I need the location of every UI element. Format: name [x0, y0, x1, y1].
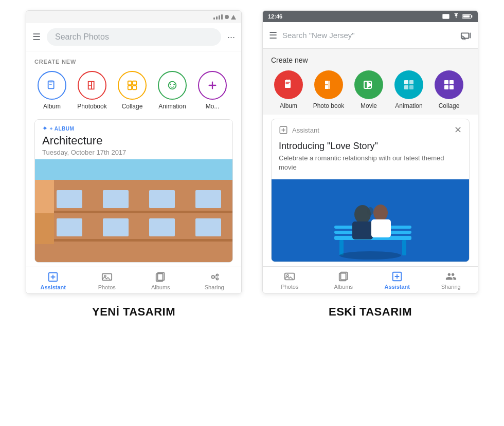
svg-rect-46 — [444, 80, 448, 84]
more-icon[interactable]: ··· — [227, 32, 235, 43]
create-item-photobook[interactable]: Photobook — [75, 71, 110, 110]
photobook-circle — [78, 71, 106, 100]
architecture-svg — [35, 159, 232, 262]
old-photos-nav-icon — [284, 271, 295, 282]
nav-photos[interactable]: Photos — [80, 271, 134, 290]
old-create-item-album[interactable]: Album — [271, 70, 306, 109]
album-card[interactable]: ✦ + ALBUM Architecture Tuesday, October … — [34, 119, 233, 263]
right-label: ESKİ TASARIM — [262, 305, 478, 319]
create-item-animation[interactable]: Animation — [155, 71, 190, 110]
left-search-bar[interactable]: ☰ Search Photos ··· — [26, 23, 241, 51]
search-input-wrapper[interactable]: Search Photos — [47, 28, 221, 46]
albums-nav-icon — [155, 271, 166, 283]
status-photo-icon — [442, 12, 450, 21]
album-card-header: ✦ + ALBUM Architecture Tuesday, October … — [35, 120, 232, 159]
animation-icon — [167, 80, 178, 91]
assistant-title: Introducing "Love Story" — [279, 141, 462, 152]
old-create-item-animation[interactable]: Animation — [391, 70, 426, 109]
old-nav-sharing[interactable]: Sharing — [424, 271, 478, 290]
create-items-list: Album Photobook — [34, 71, 233, 110]
left-status-bar — [26, 11, 241, 23]
svg-rect-54 — [402, 240, 406, 255]
old-create-items-list: Album Photo book — [271, 70, 470, 109]
old-search-bar[interactable]: ☰ Search "New Jersey" — [263, 22, 478, 49]
old-assistant-nav-icon — [391, 271, 403, 282]
old-photobook-icon — [322, 79, 335, 91]
old-assistant-label: Assistant — [384, 284, 410, 290]
old-animation-icon — [403, 79, 415, 91]
svg-point-31 — [211, 275, 214, 279]
svg-rect-18 — [195, 218, 221, 236]
svg-rect-63 — [285, 273, 294, 280]
album-circle — [38, 71, 66, 100]
old-album-circle — [274, 70, 303, 99]
svg-rect-58 — [352, 221, 373, 239]
nav-albums[interactable]: Albums — [134, 271, 188, 290]
old-sharing-nav-icon — [445, 271, 457, 282]
cast-icon[interactable] — [460, 30, 472, 41]
love-story-image — [272, 179, 469, 262]
menu-icon[interactable]: ☰ — [32, 31, 41, 43]
create-item-more[interactable]: Mo... — [195, 71, 230, 110]
svg-rect-34 — [442, 14, 449, 18]
old-movie-circle — [354, 70, 383, 99]
svg-rect-47 — [449, 80, 454, 84]
collage-icon — [127, 80, 138, 91]
create-item-collage[interactable]: Collage — [115, 71, 150, 110]
assistant-nav-label: Assistant — [40, 284, 66, 290]
svg-rect-37 — [471, 15, 472, 17]
album-tag: ✦ + ALBUM — [42, 125, 225, 132]
svg-point-59 — [373, 205, 388, 221]
old-create-item-collage[interactable]: Collage — [431, 70, 466, 109]
svg-rect-13 — [149, 190, 175, 208]
old-create-item-photobook[interactable]: Photo book — [311, 70, 346, 109]
nav-sharing[interactable]: Sharing — [188, 271, 242, 290]
right-phone-section: 12:46 ☰ — [262, 10, 478, 293]
svg-rect-4 — [133, 86, 136, 89]
album-image — [35, 159, 232, 262]
nav-assistant[interactable]: Assistant — [26, 271, 80, 290]
assistant-desc: Celebrate a romantic relationship with o… — [279, 154, 462, 172]
album-date: Tuesday, October 17th 2017 — [42, 149, 225, 156]
old-nav-photos[interactable]: Photos — [263, 271, 317, 290]
left-label: YENİ TASARIM — [26, 305, 242, 319]
svg-rect-44 — [404, 85, 408, 89]
album-title: Architecture — [42, 134, 225, 147]
old-photos-label: Photos — [281, 284, 298, 290]
assistant-card-label: Assistant — [292, 126, 450, 134]
more-icon-svg — [207, 80, 218, 91]
svg-rect-3 — [128, 86, 132, 89]
left-phone-section: ☰ Search Photos ··· CREATE NEW — [26, 10, 242, 294]
old-create-item-movie[interactable]: Movie — [351, 70, 386, 109]
old-movie-icon — [363, 79, 375, 91]
svg-rect-53 — [339, 240, 344, 255]
old-menu-icon[interactable]: ☰ — [269, 30, 277, 41]
svg-rect-0 — [48, 81, 54, 89]
svg-rect-2 — [133, 81, 136, 85]
left-phone-frame: ☰ Search Photos ··· CREATE NEW — [26, 10, 242, 294]
assistant-card[interactable]: Assistant ✕ Introducing "Love Story" Cel… — [271, 119, 470, 262]
old-collage-label: Collage — [439, 102, 460, 109]
close-button[interactable]: ✕ — [454, 124, 462, 136]
svg-rect-24 — [35, 180, 54, 213]
old-collage-icon — [443, 79, 455, 91]
album-label: Album — [43, 103, 61, 110]
create-item-album[interactable]: Album — [34, 71, 69, 110]
old-nav-albums[interactable]: Albums — [317, 271, 371, 290]
collage-circle — [118, 71, 147, 100]
svg-point-33 — [216, 278, 218, 280]
battery-icon — [462, 13, 473, 20]
photobook-label: Photobook — [77, 103, 106, 110]
svg-rect-42 — [404, 80, 408, 84]
animation-circle — [158, 71, 187, 100]
old-nav-assistant[interactable]: Assistant — [370, 271, 424, 290]
old-photobook-label: Photo book — [313, 102, 345, 109]
svg-point-32 — [216, 274, 218, 276]
assistant-card-header: Assistant ✕ — [272, 119, 469, 141]
right-phone-frame: 12:46 ☰ — [262, 10, 478, 293]
svg-rect-19 — [35, 211, 232, 213]
svg-rect-12 — [103, 190, 129, 208]
comparison-container: ☰ Search Photos ··· CREATE NEW — [0, 0, 504, 299]
status-time: 12:46 — [268, 13, 282, 20]
left-status-icons — [213, 14, 236, 20]
